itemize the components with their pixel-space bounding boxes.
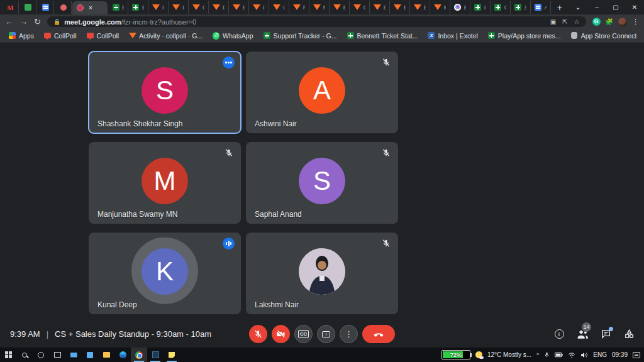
close-button[interactable]: ✕: [625, 0, 644, 14]
tile-lakshmi[interactable]: Lakshmi Nair: [246, 233, 398, 314]
tile-shashank[interactable]: S Shashank Shekhar Singh: [89, 52, 241, 133]
tab[interactable]: II: [249, 1, 269, 14]
camera-toggle-button[interactable]: [272, 325, 290, 343]
taskbar-search-button[interactable]: [16, 348, 33, 362]
tile-options-icon[interactable]: [223, 57, 235, 69]
weather-icon[interactable]: [475, 351, 482, 358]
pinned-tab-gmail[interactable]: M: [3, 1, 19, 14]
start-button[interactable]: [0, 348, 16, 362]
file-explorer-button[interactable]: [98, 348, 114, 362]
bookmark-app-store-connect[interactable]: App Store Connect: [567, 30, 641, 41]
tab-meet-active[interactable]: ×: [72, 1, 108, 14]
tile-saphal[interactable]: S Saphal Anand: [246, 142, 398, 224]
tab[interactable]: M: [430, 1, 450, 14]
pinned-tab-dot[interactable]: [55, 1, 72, 14]
apple-icon: [571, 32, 577, 39]
lock-icon[interactable]: 🔒: [53, 19, 60, 25]
share-icon[interactable]: ⇱: [562, 18, 567, 25]
tab[interactable]: B: [450, 1, 470, 14]
back-button[interactable]: ←: [5, 18, 13, 26]
tile-ashwini[interactable]: A Ashwini Nair: [246, 52, 398, 133]
tray-volume-icon[interactable]: [580, 352, 588, 358]
tab[interactable]: N: [309, 1, 330, 14]
participant-name: Lakshmi Nair: [255, 300, 299, 309]
captions-button[interactable]: CC: [294, 325, 313, 343]
tab[interactable]: C: [350, 1, 370, 14]
tab[interactable]: B: [108, 1, 128, 14]
store-app-button[interactable]: [82, 348, 98, 362]
address-bar[interactable]: 🔒 meet.google.com/fzr-incm-trz?authuser=…: [47, 16, 586, 27]
activities-button[interactable]: [623, 328, 635, 341]
bookmark-collpoll-2[interactable]: CollPoll: [83, 30, 123, 41]
tab[interactable]: C: [189, 1, 209, 14]
mail-app-button[interactable]: [65, 348, 82, 362]
tab[interactable]: D: [209, 1, 229, 14]
tab[interactable]: S: [511, 1, 531, 14]
cortana-button[interactable]: [33, 348, 49, 362]
reload-button[interactable]: ↻: [34, 18, 41, 26]
edge-app-button[interactable]: [114, 348, 131, 362]
pinned-tab-chat[interactable]: [20, 1, 36, 14]
tray-expand-icon[interactable]: ^: [536, 352, 539, 358]
camera-in-use-icon[interactable]: ▣: [550, 18, 556, 25]
mic-toggle-button[interactable]: [249, 325, 267, 343]
tab[interactable]: A: [531, 1, 551, 14]
tab[interactable]: B: [128, 1, 148, 14]
taskbar-clock[interactable]: 09:39: [612, 351, 628, 358]
more-options-button[interactable]: ⋮: [340, 325, 358, 343]
bookmark-collpoll-1[interactable]: CollPoll: [40, 30, 80, 41]
tile-manjunatha[interactable]: M Manjunatha Swamy MN: [89, 142, 241, 224]
tab[interactable]: II: [470, 1, 491, 14]
weather-text[interactable]: 12°C Mostly s...: [487, 351, 531, 358]
collpoll-icon: [44, 33, 51, 38]
people-panel-button[interactable]: 14: [576, 328, 589, 341]
tab[interactable]: IS: [269, 1, 289, 14]
minimize-button[interactable]: –: [587, 0, 606, 14]
chrome-menu-icon[interactable]: ⋮: [632, 18, 639, 26]
tab-close-icon[interactable]: ×: [89, 4, 92, 11]
bookmark-activity-collpoll[interactable]: Activity · collpoll · G...: [125, 30, 206, 41]
tray-mic-icon[interactable]: [544, 351, 550, 358]
bookmark-apps[interactable]: Apps: [5, 30, 38, 41]
extensions-puzzle-icon[interactable]: 🧩: [606, 18, 613, 25]
tab[interactable]: B: [330, 1, 350, 14]
blue-app-button[interactable]: [147, 348, 164, 362]
grammarly-icon[interactable]: G: [592, 18, 601, 26]
tray-network-icon[interactable]: [568, 352, 575, 358]
tab-search-icon[interactable]: ⌄: [569, 0, 587, 14]
tab[interactable]: B: [410, 1, 430, 14]
bookmark-whatsapp[interactable]: ✆WhatsApp: [209, 30, 257, 41]
tab[interactable]: G: [491, 1, 511, 14]
sticky-notes-button[interactable]: [164, 348, 180, 362]
bookmark-inbox-exotel[interactable]: XInbox | Exotel: [424, 30, 481, 41]
tab[interactable]: B: [370, 1, 390, 14]
bookmark-bennett-ticket[interactable]: Bennett Ticket Stat...: [343, 30, 422, 41]
maximize-button[interactable]: ▢: [606, 0, 625, 14]
red-dot-icon: [60, 4, 67, 11]
tab[interactable]: II: [169, 1, 189, 14]
profile-avatar[interactable]: [618, 18, 627, 26]
chat-panel-button[interactable]: [599, 328, 612, 341]
bookmark-support-tracker[interactable]: Support Tracker - G...: [260, 30, 341, 41]
pinned-tab-docs[interactable]: [38, 1, 54, 14]
meeting-details-button[interactable]: i: [553, 328, 565, 341]
tab[interactable]: II: [148, 1, 169, 14]
input-language-label[interactable]: ENG: [593, 351, 607, 358]
forward-button[interactable]: →: [19, 18, 28, 26]
desktop-screen: M × B B II II C D B II IS R N B C B B B …: [0, 0, 644, 362]
tab[interactable]: B: [390, 1, 410, 14]
battery-widget[interactable]: 72%: [441, 350, 470, 359]
leave-call-button[interactable]: [362, 325, 395, 343]
tab[interactable]: R: [289, 1, 309, 14]
bookmark-star-icon[interactable]: ☆: [574, 18, 580, 25]
present-button[interactable]: ↑: [317, 325, 335, 343]
tab[interactable]: B: [229, 1, 249, 14]
tray-battery-icon[interactable]: [555, 352, 563, 358]
task-view-button[interactable]: [49, 348, 65, 362]
chrome-app-button[interactable]: [131, 348, 147, 362]
action-center-icon[interactable]: [633, 352, 640, 358]
tile-kunal[interactable]: K Kunal Deep: [89, 233, 241, 314]
bookmark-play-app-store[interactable]: Play/App store mes...: [484, 30, 565, 41]
new-tab-button[interactable]: +: [551, 3, 569, 13]
more-vertical-icon: ⋮: [345, 329, 353, 339]
